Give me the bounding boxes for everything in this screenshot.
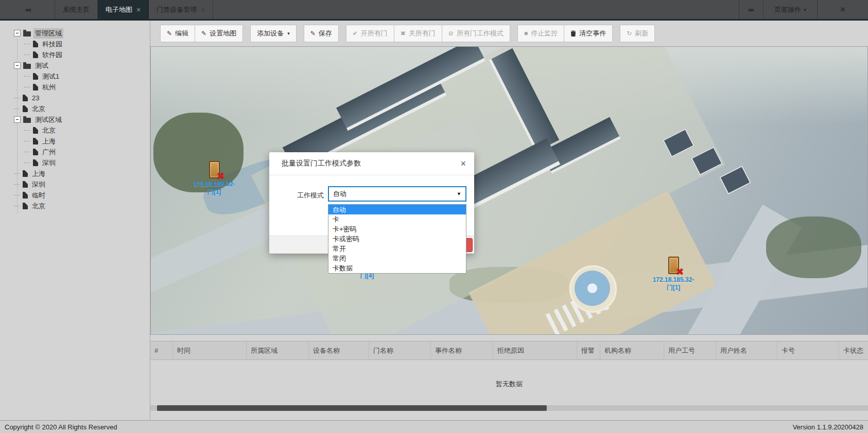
column-header-5[interactable]: 事件名称 — [431, 341, 493, 359]
offline-cross-icon: ✖ — [217, 170, 225, 182]
tree-connector — [14, 184, 20, 185]
tree-item-label: 23 — [30, 94, 41, 102]
column-header-7[interactable]: 报警 — [577, 341, 600, 359]
tab-actions-menu[interactable]: 页签操作 ▾ — [763, 0, 817, 19]
region-tree: −管理区域科技园软件园−测试测试1杭州23北京−测试区域北京上海广州深圳上海深圳… — [0, 28, 150, 211]
dropdown-option-1[interactable]: 卡 — [328, 214, 466, 224]
tree-collapse-icon[interactable]: − — [14, 30, 21, 37]
tree-item-label: 科技园 — [41, 39, 64, 49]
tab-label: 门禁设备管理 — [157, 5, 197, 14]
column-header-label: 报警 — [581, 346, 595, 355]
tab-2[interactable]: 门禁设备管理× — [149, 0, 213, 19]
work-mode-field-label: 工作模式 — [279, 191, 324, 200]
toolbar-button-label: 保存 — [319, 29, 332, 38]
file-icon — [33, 159, 38, 166]
edit-icon: ✎ — [167, 30, 172, 37]
column-header-1[interactable]: 时间 — [173, 341, 247, 359]
tree-item-label: 杭州 — [41, 82, 57, 93]
chevron-double-right-icon: ▶▶ — [749, 7, 754, 12]
tree-item-label: 上海 — [41, 136, 57, 147]
edit-icon: ✎ — [201, 30, 206, 37]
toolbar-button-label: 编辑 — [175, 29, 188, 38]
tree-item-9[interactable]: 北京 — [0, 125, 150, 136]
column-header-label: 用户工号 — [668, 346, 695, 355]
map-workspace: ✎编辑✎设置地图添加设备▾✎保存✔开所有门✖关所有门⊘所有门工作模式■停止监控清… — [150, 21, 868, 420]
map-image[interactable]: ✖ 172.18.185.32- 门[1] ✖ 172.18.185.32- 门… — [150, 46, 868, 335]
tab-label: 电子地图 — [106, 5, 132, 14]
fullscreen-toggle-button[interactable]: × — [817, 0, 868, 19]
tab-actions-label: 页签操作 — [774, 5, 801, 14]
map-shape — [587, 283, 597, 293]
tree-item-11[interactable]: 广州 — [0, 147, 150, 157]
column-header-6[interactable]: 拒绝原因 — [493, 341, 577, 359]
add-device-button[interactable]: 添加设备▾ — [250, 25, 297, 42]
tree-collapse-icon[interactable]: − — [14, 116, 21, 123]
door-device-marker[interactable]: ✖ 172.18.185.32- 门[1] — [176, 161, 253, 196]
trash-icon — [570, 30, 576, 37]
tree-item-6[interactable]: 23 — [0, 93, 150, 103]
tree-item-label: 广州 — [41, 147, 57, 157]
tab-0[interactable]: 系统主页 — [55, 0, 98, 19]
scrollbar-thumb[interactable] — [157, 405, 547, 411]
tree-item-16[interactable]: 北京 — [0, 201, 150, 211]
column-header-0[interactable]: # — [150, 341, 173, 359]
tab-close-icon[interactable]: × — [136, 6, 141, 13]
tree-item-label: 临时 — [30, 190, 47, 201]
tree-connector — [24, 141, 30, 141]
tab-close-icon[interactable]: × — [201, 6, 205, 13]
file-icon — [23, 203, 28, 209]
save-button[interactable]: ✎保存 — [304, 25, 339, 42]
column-header-4[interactable]: 门名称 — [369, 341, 431, 359]
tree-connector — [24, 44, 30, 44]
tree-item-12[interactable]: 深圳 — [0, 157, 150, 168]
column-header-3[interactable]: 设备名称 — [309, 341, 369, 359]
tree-item-3[interactable]: −测试 — [0, 60, 150, 71]
column-header-10[interactable]: 用户姓名 — [716, 341, 777, 359]
fullscreen-icon: × — [840, 5, 845, 15]
dropdown-option-2[interactable]: 卡+密码 — [328, 224, 466, 234]
tree-item-13[interactable]: 上海 — [0, 168, 150, 179]
column-header-2[interactable]: 所属区域 — [247, 341, 309, 359]
open-all-doors-button: ✔开所有门 — [346, 25, 394, 42]
tree-item-label: 深圳 — [41, 158, 57, 168]
select-caret-icon: ▼ — [457, 191, 461, 196]
dropdown-option-3[interactable]: 卡或密码 — [328, 234, 466, 244]
tree-item-1[interactable]: 科技园 — [0, 39, 150, 49]
tree-item-label: 深圳 — [30, 179, 47, 190]
file-icon — [33, 127, 38, 134]
close-icon[interactable]: × — [460, 159, 466, 168]
column-header-label: 卡号 — [782, 346, 795, 355]
tree-connector — [14, 195, 20, 195]
edit-button[interactable]: ✎编辑 — [160, 25, 195, 42]
door-device-marker[interactable]: ✖ 172.18.185.32- 门[1] — [635, 257, 712, 292]
column-header-8[interactable]: 机构名称 — [600, 341, 664, 359]
dropdown-option-4[interactable]: 常开 — [328, 244, 466, 254]
tab-1[interactable]: 电子地图× — [98, 0, 149, 19]
tree-item-14[interactable]: 深圳 — [0, 179, 150, 190]
tree-item-8[interactable]: −测试区域 — [0, 114, 150, 125]
tree-item-7[interactable]: 北京 — [0, 103, 150, 114]
column-header-12[interactable]: 卡状态 — [839, 341, 868, 359]
column-header-label: 设备名称 — [313, 346, 340, 355]
horizontal-scrollbar[interactable] — [150, 405, 868, 411]
column-header-11[interactable]: 卡号 — [777, 341, 839, 359]
clear-events-button[interactable]: 清空事件 — [564, 25, 613, 42]
close-all-doors-button: ✖关所有门 — [394, 25, 442, 42]
tree-collapse-icon[interactable]: − — [14, 62, 21, 69]
column-header-9[interactable]: 用户工号 — [664, 341, 716, 359]
tree-item-0[interactable]: −管理区域 — [0, 28, 150, 39]
scroll-tabs-right-button[interactable]: ▶▶ — [739, 0, 763, 19]
work-mode-dropdown: 自动卡卡+密码卡或密码常开常闭卡数据 — [328, 204, 466, 274]
tree-item-2[interactable]: 软件园 — [0, 49, 150, 60]
dropdown-option-6[interactable]: 卡数据 — [328, 263, 466, 273]
map-toolbar: ✎编辑✎设置地图添加设备▾✎保存✔开所有门✖关所有门⊘所有门工作模式■停止监控清… — [150, 21, 868, 46]
scroll-tabs-left-button[interactable]: ◀◀ — [0, 0, 55, 19]
work-mode-select[interactable]: 自动 ▼ — [328, 186, 466, 202]
tree-item-15[interactable]: 临时 — [0, 190, 150, 201]
set-map-button[interactable]: ✎设置地图 — [195, 25, 243, 42]
dropdown-option-5[interactable]: 常闭 — [328, 254, 466, 263]
tree-item-10[interactable]: 上海 — [0, 136, 150, 147]
tree-item-4[interactable]: 测试1 — [0, 71, 150, 82]
tree-item-5[interactable]: 杭州 — [0, 82, 150, 93]
dropdown-option-0[interactable]: 自动 — [328, 205, 466, 214]
